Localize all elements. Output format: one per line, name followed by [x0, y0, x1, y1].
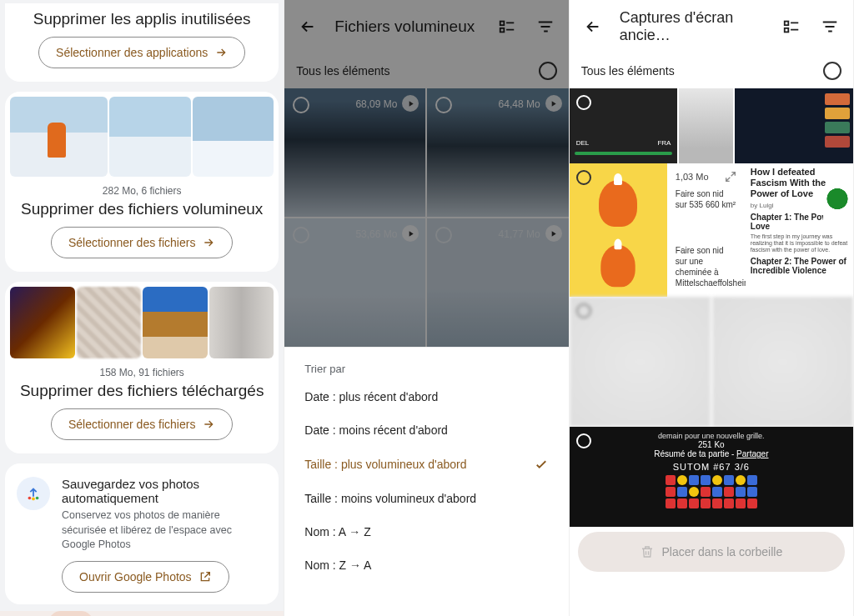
card-large-files: 282 Mo, 6 fichiers Supprimer des fichier… [5, 92, 279, 272]
sort-heading: Trier par [284, 359, 568, 380]
select-checkbox[interactable] [435, 97, 452, 113]
open-google-photos-button[interactable]: Ouvrir Google Photos [62, 561, 229, 593]
sort-option-date-desc[interactable]: Date : plus récent d'abord [284, 380, 568, 413]
page-title: Captures d'écran ancie… [620, 9, 765, 44]
caption: Faire son nid sur 535 660 km² [676, 188, 737, 210]
svg-rect-6 [500, 28, 504, 33]
play-icon [545, 95, 562, 112]
screenshot-item-blurred[interactable] [570, 297, 711, 427]
open-external-icon [198, 570, 212, 583]
sort-icon [821, 18, 839, 36]
thumb-ski-person[interactable] [10, 97, 108, 177]
svg-point-2 [36, 497, 39, 500]
move-to-trash-button[interactable]: Placer dans la corbeille [578, 532, 845, 572]
video-item[interactable]: 53,66 Mo [284, 218, 425, 347]
file-size: 68,09 Mo [355, 98, 397, 110]
bottom-nav: Nettoyer Parcourir [0, 611, 284, 617]
select-all-checkbox[interactable] [539, 62, 557, 80]
list-icon [782, 18, 801, 36]
video-item[interactable]: 68,09 Mo [284, 88, 425, 217]
caption: Faire son nid sur une cheminée à Mittels… [676, 245, 737, 288]
play-icon [402, 95, 419, 112]
svg-point-1 [32, 498, 35, 501]
select-all-checkbox[interactable] [823, 62, 841, 80]
stork-illustration [601, 244, 635, 286]
tab-clean[interactable]: Nettoyer [0, 611, 142, 617]
pane-old-screenshots: Captures d'écran ancie… Tous les élément… [570, 0, 854, 616]
select-all-row[interactable]: Tous les éléments [284, 53, 568, 88]
screenshot-item[interactable] [679, 88, 733, 163]
sort-option-size-desc[interactable]: Taille : plus volumineux d'abord [284, 447, 568, 482]
arrow-right-icon [214, 46, 228, 59]
cloud-upload-icon [17, 477, 50, 510]
thumb-warcraft[interactable] [10, 287, 75, 358]
screenshot-item-blurred[interactable] [712, 297, 853, 427]
share-link[interactable]: Partager [736, 449, 768, 458]
select-downloaded-files-button[interactable]: Sélectionner des fichiers [51, 408, 234, 440]
card-backup-photos: Sauvegardez vos photos automatiquement C… [5, 463, 279, 604]
arrow-right-icon [202, 236, 215, 249]
video-item[interactable]: 41,77 Mo [427, 218, 568, 347]
sort-option-name-asc[interactable]: Nom : A → Z [284, 515, 568, 548]
select-checkbox[interactable] [293, 227, 309, 243]
expand-icon[interactable] [724, 170, 737, 183]
screenshot-item[interactable]: DEL FRA [570, 88, 678, 163]
pane-clean: Supprimer les applis inutilisées Sélecti… [0, 0, 284, 616]
thumb-ski-far[interactable] [193, 97, 274, 177]
sort-button[interactable] [818, 15, 841, 38]
thumb-row [10, 97, 274, 177]
card-downloads: 158 Mo, 91 fichiers Supprimer des fichie… [5, 282, 279, 453]
file-size: 251 Ko [578, 440, 845, 449]
arrow-left-icon [299, 18, 317, 36]
back-button[interactable] [581, 15, 605, 38]
select-checkbox[interactable] [576, 170, 591, 185]
video-item[interactable]: 64,48 Mo [427, 88, 568, 217]
screenshot-item[interactable] [735, 88, 853, 163]
screenshot-info: 1,03 Mo Faire son nid sur 535 660 km² Fa… [669, 163, 744, 297]
select-checkbox[interactable] [435, 227, 452, 243]
screenshot-item-sutom[interactable]: demain pour une nouvelle grille. 251 Ko … [570, 427, 853, 527]
luigi-illustration [823, 188, 851, 230]
video-grid: 68,09 Mo 64,48 Mo 53,66 Mo 41,77 Mo [284, 88, 568, 347]
file-size: 41,77 Mo [499, 228, 540, 240]
thumb-ski-slope[interactable] [109, 97, 191, 177]
view-list-button[interactable] [495, 15, 519, 38]
view-list-button[interactable] [780, 15, 803, 38]
tab-browse[interactable]: Parcourir [142, 611, 284, 617]
thumb-row [10, 287, 274, 358]
select-apps-button[interactable]: Sélectionner des applications [38, 37, 245, 68]
stork-illustration [599, 180, 637, 227]
backup-title: Sauvegardez vos photos automatiquement [62, 477, 267, 505]
file-size: 64,48 Mo [499, 98, 540, 110]
arrow-left-icon [584, 18, 602, 36]
select-checkbox[interactable] [293, 97, 309, 113]
trash-label: Placer dans la corbeille [661, 545, 782, 558]
thumb-blurred[interactable] [77, 287, 142, 358]
select-checkbox[interactable] [576, 303, 591, 318]
article-text: The first step in my journey was realizi… [751, 233, 848, 254]
select-checkbox[interactable] [576, 95, 591, 110]
sutom-line: demain pour une nouvelle grille. [578, 432, 845, 440]
select-all-row[interactable]: Tous les éléments [570, 53, 853, 88]
screenshot-item[interactable] [570, 163, 667, 297]
trash-icon [640, 544, 655, 559]
thumb-pillar[interactable] [209, 287, 274, 358]
svg-rect-5 [500, 22, 504, 26]
screenshot-grid: DEL FRA 1,03 Mo Fa [570, 88, 853, 527]
sutom-summary: Résumé de ta partie - [654, 449, 736, 458]
thumb-rooftops[interactable] [143, 287, 208, 358]
back-button[interactable] [296, 15, 319, 38]
all-items-label: Tous les éléments [581, 64, 675, 78]
screenshot-item[interactable]: How I defeated Fascism With the Power of… [746, 163, 853, 297]
sort-option-name-desc[interactable]: Nom : Z → A [284, 548, 568, 582]
chart-bars-icon [825, 93, 850, 158]
play-icon [545, 225, 562, 242]
header: Fichiers volumineux [284, 0, 568, 53]
sort-option-date-asc[interactable]: Date : moins récent d'abord [284, 413, 568, 447]
article-chapter: Chapter 2: The Power of Incredible Viole… [751, 257, 848, 275]
select-large-files-button[interactable]: Sélectionner des fichiers [51, 227, 234, 258]
sort-button[interactable] [534, 15, 557, 38]
card-title: Supprimer des fichiers volumineux [21, 200, 263, 218]
card-title: Supprimer des fichiers téléchargés [20, 382, 264, 400]
sort-option-size-asc[interactable]: Taille : moins volumineux d'abord [284, 482, 568, 515]
